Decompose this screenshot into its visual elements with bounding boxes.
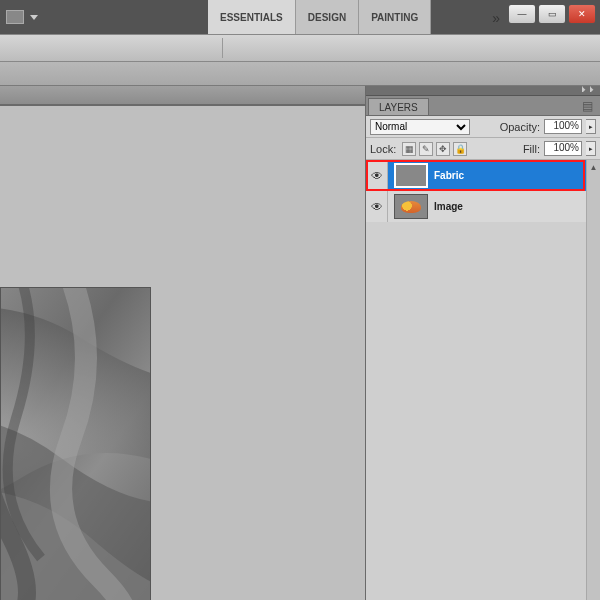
fill-label: Fill: [523,143,540,155]
panel-menu-icon[interactable]: ▤ [582,99,596,111]
close-button[interactable]: ✕ [568,4,596,24]
fill-input[interactable]: 100% [544,141,582,156]
layer-name[interactable]: Fabric [434,170,464,181]
options-bar [0,34,600,62]
layers-panel-tabstrip: LAYERS ▤ [366,96,600,116]
workspace-more-icon[interactable]: » [492,10,500,26]
opacity-label: Opacity: [500,121,540,133]
fabric-image [0,287,151,600]
workspace-design[interactable]: DESIGN [296,0,359,34]
visibility-toggle-icon[interactable]: 👁 [366,160,388,191]
maximize-button[interactable]: ▭ [538,4,566,24]
panel-collapse-bar[interactable] [366,86,600,96]
layers-panel-body: Normal Opacity: 100% ▸ Lock: ▦ ✎ ✥ 🔒 Fil… [366,116,600,160]
layers-scrollbar[interactable]: ▲ [586,160,600,600]
workspace-essentials[interactable]: ESSENTIALS [208,0,296,34]
scroll-up-icon[interactable]: ▲ [587,160,600,174]
screen-mode-dropdown-icon[interactable] [30,15,38,20]
visibility-toggle-icon[interactable]: 👁 [366,191,388,222]
document-tab-strip[interactable] [0,86,365,106]
document-area [0,86,365,600]
lock-move-icon[interactable]: ✥ [436,142,450,156]
screen-mode-icon[interactable] [6,10,24,24]
layer-thumbnail[interactable] [394,194,428,219]
lock-fill-row: Lock: ▦ ✎ ✥ 🔒 Fill: 100% ▸ [366,138,600,160]
layers-panel-tab[interactable]: LAYERS [368,98,429,115]
options-divider [222,38,223,58]
layer-thumbnail[interactable] [394,163,428,188]
fill-stepper-icon[interactable]: ▸ [586,141,596,156]
canvas[interactable] [0,287,151,600]
minimize-button[interactable]: — [508,4,536,24]
lock-pixels-icon[interactable]: ▦ [402,142,416,156]
workspace-painting[interactable]: PAINTING [359,0,431,34]
lock-brush-icon[interactable]: ✎ [419,142,433,156]
application-bar: ESSENTIALS DESIGN PAINTING » — ▭ ✕ [0,0,600,34]
blend-opacity-row: Normal Opacity: 100% ▸ [366,116,600,138]
workspace-switcher: ESSENTIALS DESIGN PAINTING [208,0,431,34]
lock-all-icon[interactable]: 🔒 [453,142,467,156]
window-controls: — ▭ ✕ [506,4,596,24]
opacity-stepper-icon[interactable]: ▸ [586,119,596,134]
options-bar-2 [0,62,600,86]
lock-label: Lock: [370,143,396,155]
layer-row-fabric[interactable]: 👁 Fabric [366,160,600,191]
panel-dock: LAYERS ▤ Normal Opacity: 100% ▸ Lock: ▦ … [365,86,600,600]
layers-list: 👁 Fabric 👁 Image ▲ [366,160,600,600]
layer-name[interactable]: Image [434,201,463,212]
layer-row-image[interactable]: 👁 Image [366,191,600,222]
blend-mode-select[interactable]: Normal [370,119,470,135]
opacity-input[interactable]: 100% [544,119,582,134]
